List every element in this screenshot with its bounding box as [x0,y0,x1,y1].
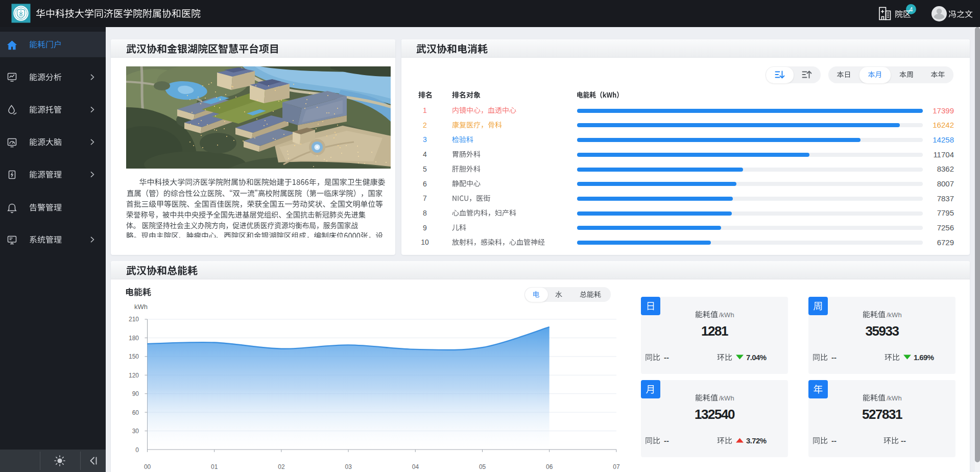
svg-text:04: 04 [412,463,419,470]
svg-text:0: 0 [135,446,139,454]
svg-text:6: 6 [423,180,427,188]
svg-text:11704: 11704 [933,150,954,159]
svg-text:527831: 527831 [862,407,902,422]
svg-text:60: 60 [132,409,139,416]
svg-text:3.72%: 3.72% [746,436,767,445]
svg-text:--: -- [664,353,669,362]
svg-text:7837: 7837 [937,194,954,203]
svg-text:03: 03 [345,463,352,470]
svg-text:/kWh: /kWh [887,394,902,402]
svg-text:2: 2 [423,121,427,129]
svg-text:3: 3 [423,135,427,144]
svg-text:150: 150 [129,353,139,360]
svg-text:16242: 16242 [933,121,954,129]
svg-text:7795: 7795 [937,208,954,217]
svg-text:--: -- [831,436,836,445]
svg-text:9: 9 [423,224,427,232]
svg-text:30: 30 [132,428,139,435]
svg-text:90: 90 [132,390,139,397]
svg-text:01: 01 [211,463,218,470]
svg-text:/kWh: /kWh [719,394,734,402]
svg-text:132540: 132540 [695,407,735,422]
svg-text:00: 00 [144,463,151,470]
svg-text:120: 120 [129,372,139,379]
svg-text:/kWh: /kWh [719,311,734,319]
svg-text:4: 4 [910,6,913,13]
svg-text:--: -- [831,353,836,362]
svg-text:02: 02 [278,463,285,470]
svg-text:8007: 8007 [937,179,954,188]
svg-text:10: 10 [421,238,429,246]
svg-text:05: 05 [479,463,486,470]
svg-text:1.69%: 1.69% [914,353,934,362]
svg-text:7.04%: 7.04% [746,353,767,362]
svg-text:06: 06 [546,463,553,470]
svg-text:35933: 35933 [866,323,899,339]
svg-text:8: 8 [423,209,427,217]
svg-text:17399: 17399 [933,106,954,115]
svg-text:4: 4 [423,150,427,158]
svg-text:/kWh: /kWh [887,311,902,319]
svg-text:180: 180 [129,335,139,342]
svg-text:07: 07 [613,463,620,470]
svg-text:5: 5 [423,165,427,173]
svg-text:7: 7 [423,194,427,202]
svg-text:6729: 6729 [937,238,954,247]
svg-text:210: 210 [129,316,139,323]
svg-text:14258: 14258 [933,135,954,144]
svg-text:1: 1 [423,106,427,114]
svg-text:--: -- [664,436,669,445]
svg-text:8362: 8362 [937,164,954,173]
svg-text:1281: 1281 [701,323,728,339]
svg-text:7256: 7256 [937,223,954,232]
svg-text:--: -- [901,436,906,445]
svg-text:kWh: kWh [134,303,148,311]
